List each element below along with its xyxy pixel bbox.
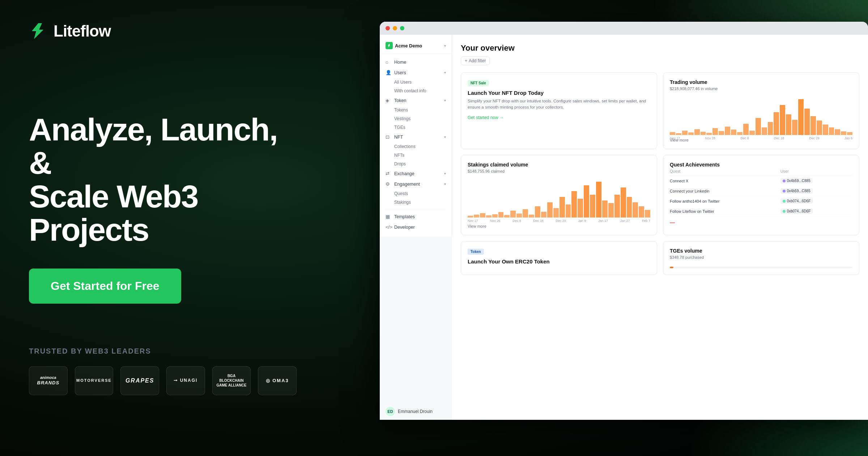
sidebar-item-contact-info[interactable]: With contact info — [394, 86, 452, 95]
trusted-section: TRUSTED BY WEB3 LEADERS animocaBRANDS MO… — [29, 347, 297, 395]
sidebar-avatar: ED — [386, 407, 395, 416]
sidebar-label-engagement: Engagement — [394, 182, 441, 187]
table-row: Connect X 0x4b59...C885 — [670, 176, 852, 186]
quest-achievements-title: Quest Achievements — [670, 162, 852, 168]
trading-volume-chart: Nov 17 Nov 28 Dec 8 Dec 18 Dec 29 Jan 8 — [670, 95, 852, 135]
nft-sale-desc: Simplify your NFT drop with our intuitiv… — [468, 98, 650, 111]
sidebar-item-templates[interactable]: ▦ Templates — [380, 211, 452, 222]
chrome-dot-yellow — [393, 26, 397, 30]
stakings-subtitle: $148,755.96 claimed — [468, 169, 650, 173]
sidebar-label-templates: Templates — [394, 214, 446, 219]
sidebar-item-developer[interactable]: </> Developer — [380, 222, 452, 232]
exchange-icon: ⇄ — [386, 171, 391, 176]
sidebar-item-tokens[interactable]: Tokens — [394, 106, 452, 114]
templates-icon: ▦ — [386, 214, 391, 219]
token-chevron-icon: ▾ — [444, 98, 446, 102]
sidebar-project-chevron: ▾ — [444, 44, 446, 48]
sidebar-label-home: Home — [394, 60, 446, 65]
sidebar-project-header[interactable]: Acme Demo ▾ — [380, 39, 452, 54]
logo-bga: BGABLOCKCHAINGAME ALLIANCE — [212, 366, 251, 395]
tges-title: TGEs volume — [670, 248, 852, 254]
quest-user: 0xb074...6D6F — [780, 196, 852, 206]
overview-title: Your overview — [461, 43, 859, 53]
hero-section: Liteflow Analyze, Launch, & Scale Web3 P… — [0, 0, 326, 456]
filter-plus-icon: + — [465, 58, 467, 63]
sidebar: Acme Demo ▾ ⌂ Home 👤 Users ▾ — [380, 35, 452, 237]
chrome-dot-red — [386, 26, 390, 30]
sidebar-label-exchange: Exchange — [394, 171, 441, 176]
quest-name: Connect X — [670, 176, 780, 186]
quest-table: Quest User Connect X 0x4b59...C885 — [670, 169, 852, 216]
stakings-view-more[interactable]: View more — [468, 224, 650, 228]
logo: Liteflow — [29, 22, 297, 41]
trading-volume-subtitle: $218,908,077.46 in volume — [670, 86, 852, 91]
trading-bars — [670, 95, 852, 135]
quest-col-header: Quest — [670, 169, 780, 176]
trading-volume-card: Trading volume $218,908,077.46 in volume… — [663, 72, 859, 149]
tges-subtitle: $348.78 purchased — [670, 255, 852, 259]
quest-name: Follow Liteflow on Twitter — [670, 206, 780, 216]
sidebar-item-drops[interactable]: Drops — [394, 160, 452, 168]
sidebar-item-nfts[interactable]: NFTs — [394, 151, 452, 160]
quest-name: Connect your Linkedin — [670, 186, 780, 196]
svg-marker-1 — [388, 44, 390, 47]
sidebar-sub-token: Tokens Vestings TGEs — [380, 106, 452, 132]
sidebar-item-tges[interactable]: TGEs — [394, 123, 452, 132]
sidebar-item-collections[interactable]: Collections — [394, 142, 452, 151]
quest-name: Follow antho1404 on Twitter — [670, 196, 780, 206]
cta-button[interactable]: Get Started for Free — [29, 269, 181, 304]
sidebar-item-nft[interactable]: ⊡ NFT ▾ — [380, 132, 452, 142]
quest-user: 0xb074...6D6F — [780, 206, 852, 216]
home-icon: ⌂ — [386, 59, 391, 65]
sidebar-sub-engagement: Quests Stakings — [380, 189, 452, 207]
sidebar-item-exchange[interactable]: ⇄ Exchange ▾ — [380, 168, 452, 179]
liteflow-logo-icon — [29, 22, 48, 41]
stakings-chart-labels: Nov 17 Nov 26 Dec 8 Dec 18 Dec 29 Jan 8 … — [468, 219, 650, 223]
table-row: Connect your Linkedin 0x4b59...C885 — [670, 186, 852, 196]
logo-oma3: ◎ OMA3 — [258, 366, 297, 395]
logo-animoca: animocaBRANDS — [29, 366, 68, 395]
token-badge: Token — [468, 249, 484, 255]
sidebar-item-quests[interactable]: Quests — [394, 189, 452, 198]
dashboard-window: Acme Demo ▾ ⌂ Home 👤 Users ▾ — [380, 22, 868, 420]
window-chrome — [380, 22, 868, 35]
sidebar-item-all-users[interactable]: All Users — [394, 78, 452, 86]
dashboard-grid: NFT Sale Launch Your NFT Drop Today Simp… — [461, 72, 859, 275]
nft-sale-card: NFT Sale Launch Your NFT Drop Today Simp… — [461, 72, 657, 149]
hero-headline: Analyze, Launch, & Scale Web3 Projects — [29, 113, 297, 247]
quest-user: 0x4b59...C885 — [780, 176, 852, 186]
logo-grapes: GRAPES — [120, 366, 159, 395]
exchange-chevron-icon: ▾ — [444, 172, 446, 176]
nft-sale-cta[interactable]: Get started now → — [468, 115, 650, 120]
add-filter-button[interactable]: + Add filter — [461, 56, 490, 65]
trading-volume-title: Trading volume — [670, 79, 852, 85]
stakings-chart: Nov 17 Nov 26 Dec 8 Dec 18 Dec 29 Jan 8 … — [468, 178, 650, 221]
quest-achievements-card: Quest Achievements Quest User Connect — [663, 155, 859, 235]
sidebar-divider — [386, 209, 446, 209]
sidebar-label-users: Users — [394, 70, 441, 75]
stakings-card: Stakings claimed volume $148,755.96 clai… — [461, 155, 657, 235]
dashboard-body: Acme Demo ▾ ⌂ Home 👤 Users ▾ — [380, 35, 868, 420]
sidebar-item-vestings[interactable]: Vestings — [394, 114, 452, 123]
chrome-dot-green — [400, 26, 404, 30]
sidebar-item-engagement[interactable]: ⚙ Engagement ▾ — [380, 179, 452, 189]
trading-chart-labels: Nov 17 Nov 28 Dec 8 Dec 18 Dec 29 Jan 8 — [670, 136, 852, 140]
users-chevron-icon: ▾ — [444, 71, 446, 75]
nft-icon: ⊡ — [386, 134, 391, 140]
sidebar-item-token[interactable]: ◈ Token ▾ — [380, 95, 452, 106]
logo-text: Liteflow — [54, 22, 111, 40]
sidebar-wrapper: Acme Demo ▾ ⌂ Home 👤 Users ▾ — [380, 35, 452, 420]
sidebar-item-users[interactable]: 👤 Users ▾ — [380, 67, 452, 78]
trusted-label: TRUSTED BY WEB3 LEADERS — [29, 347, 297, 355]
stakings-title: Stakings claimed volume — [468, 162, 650, 168]
sidebar-item-home[interactable]: ⌂ Home — [380, 57, 452, 67]
main-content: Your overview + Add filter NFT Sale Laun… — [452, 35, 868, 420]
sidebar-footer: ED Emmanuel Drouin — [380, 403, 452, 420]
token-launch-card: Token Launch Your Own ERC20 Token — [461, 241, 657, 275]
svg-marker-0 — [32, 23, 43, 39]
sidebar-item-stakings[interactable]: Stakings — [394, 198, 452, 207]
nft-sale-badge: NFT Sale — [468, 80, 489, 86]
sidebar-sub-users: All Users With contact info — [380, 78, 452, 95]
tges-volume-card: TGEs volume $348.78 purchased — [663, 241, 859, 275]
token-icon: ◈ — [386, 98, 391, 103]
